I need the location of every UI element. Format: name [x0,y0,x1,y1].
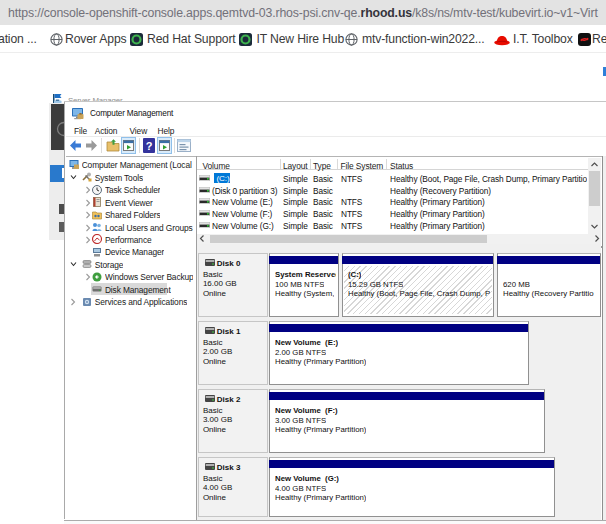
svg-text:?: ? [145,140,152,152]
